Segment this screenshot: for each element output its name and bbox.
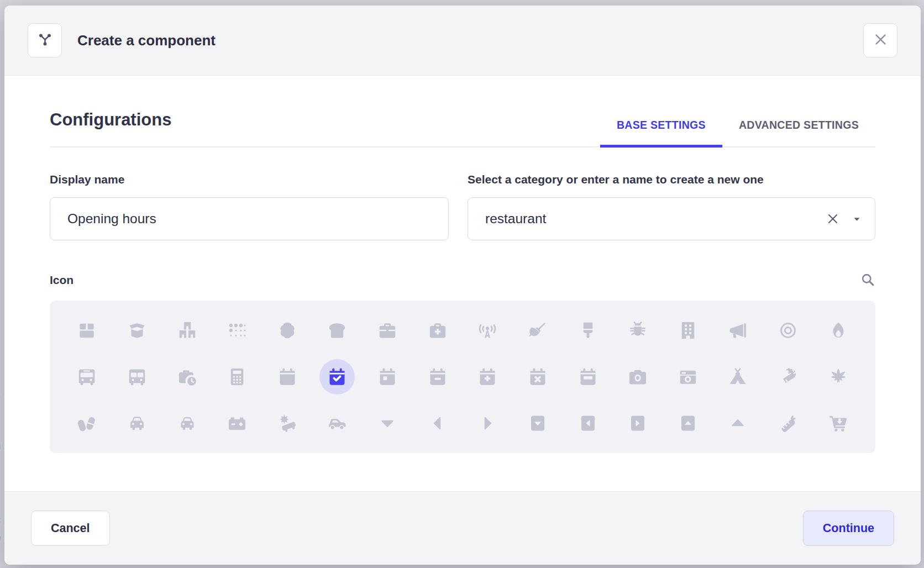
modal-footer: Cancel Continue	[4, 491, 921, 565]
search-icon[interactable]	[860, 272, 875, 287]
display-name-input[interactable]	[50, 197, 449, 240]
icon-option-caret-square-right[interactable]	[613, 400, 663, 446]
icon-option-business-time[interactable]	[162, 354, 212, 400]
icon-option-calendar-week[interactable]	[563, 354, 613, 400]
settings-tabs: BASE SETTINGS ADVANCED SETTINGS	[600, 119, 875, 146]
icon-option-car-side[interactable]	[312, 400, 363, 446]
icon-option-carrot[interactable]	[763, 400, 813, 446]
icon-option-calculator[interactable]	[212, 354, 262, 400]
category-combo-icons	[826, 197, 861, 240]
icon-option-campground[interactable]	[713, 354, 763, 400]
icon-option-calendar[interactable]	[262, 354, 313, 400]
icon-option-briefcase[interactable]	[363, 307, 413, 354]
chevron-down-icon[interactable]	[853, 215, 861, 223]
display-name-field: Display name	[50, 173, 449, 240]
icon-option-box[interactable]	[62, 307, 112, 354]
selected-icon-highlight	[319, 359, 355, 395]
icon-option-building[interactable]	[663, 307, 713, 354]
component-node-icon	[38, 32, 53, 49]
category-combobox	[468, 197, 875, 240]
display-name-label: Display name	[50, 173, 449, 186]
category-label: Select a category or enter a name to cre…	[468, 173, 875, 186]
icon-option-bus-alt[interactable]	[112, 354, 162, 400]
icon-option-cannabis[interactable]	[813, 354, 863, 400]
category-field: Select a category or enter a name to cre…	[468, 173, 875, 240]
icon-option-broadcast-tower[interactable]	[463, 307, 513, 354]
background-page-fragments: ertiertvnt=bt	[0, 0, 4, 568]
icon-option-boxes[interactable]	[162, 307, 212, 354]
background-text-fragment: n	[0, 438, 1, 453]
icon-option-camera-retro[interactable]	[663, 354, 713, 400]
icon-option-briefcase-medical[interactable]	[412, 307, 463, 354]
modal-body: Configurations BASE SETTINGS ADVANCED SE…	[4, 76, 921, 491]
icon-option-brain[interactable]	[262, 307, 313, 354]
icon-option-calendar-day[interactable]	[363, 354, 413, 400]
icon-option-capsules[interactable]	[62, 400, 112, 446]
form-fields-row: Display name Select a category or enter …	[50, 173, 875, 240]
icon-option-calendar-plus[interactable]	[463, 354, 513, 400]
icon-option-bullseye[interactable]	[763, 307, 813, 354]
icon-option-bug[interactable]	[613, 307, 663, 354]
icon-option-calendar-minus[interactable]	[412, 354, 463, 400]
icon-option-camera[interactable]	[613, 354, 663, 400]
category-input[interactable]	[468, 197, 875, 240]
component-icon-button[interactable]	[28, 23, 62, 57]
tab-advanced-settings[interactable]: ADVANCED SETTINGS	[722, 119, 875, 148]
icon-option-bullhorn[interactable]	[713, 307, 763, 354]
modal-header: Create a component	[4, 6, 921, 76]
icon-option-box-open[interactable]	[112, 307, 162, 354]
continue-button[interactable]: Continue	[803, 511, 894, 546]
icon-option-car-alt[interactable]	[162, 400, 212, 446]
icon-option-broom[interactable]	[513, 307, 563, 354]
create-component-modal: Create a component Configurations BASE S…	[4, 6, 921, 565]
icon-option-brush[interactable]	[563, 307, 613, 354]
close-button[interactable]	[863, 23, 897, 57]
icon-option-candy-cane[interactable]	[763, 354, 813, 400]
icon-label: Icon	[50, 274, 74, 287]
icon-option-caret-left[interactable]	[412, 400, 463, 446]
icon-option-bread-slice[interactable]	[312, 307, 363, 354]
background-text-fragment: b	[0, 529, 1, 545]
icon-option-caret-right[interactable]	[463, 400, 513, 446]
icon-option-caret-square-up[interactable]	[663, 400, 713, 446]
cancel-button[interactable]: Cancel	[31, 511, 110, 546]
icon-picker-grid	[50, 301, 875, 453]
icon-option-caret-down[interactable]	[363, 400, 413, 446]
icon-option-car-crash[interactable]	[262, 400, 313, 446]
icon-option-burn[interactable]	[813, 307, 863, 354]
page-title: Configurations	[50, 110, 171, 146]
icon-option-calendar-check[interactable]	[312, 354, 363, 400]
icon-option-calendar-times[interactable]	[513, 354, 563, 400]
icon-option-caret-up[interactable]	[713, 400, 763, 446]
modal-title: Create a component	[77, 32, 216, 49]
tab-base-settings[interactable]: BASE SETTINGS	[600, 119, 722, 148]
icon-option-car-battery[interactable]	[212, 400, 262, 446]
configurations-header-row: Configurations BASE SETTINGS ADVANCED SE…	[50, 110, 875, 148]
background-text-fragment: =	[0, 513, 1, 528]
icon-option-braille[interactable]	[212, 307, 262, 354]
icon-option-car[interactable]	[112, 400, 162, 446]
icon-option-cart-arrow-down[interactable]	[813, 400, 863, 446]
close-icon	[873, 32, 888, 49]
icon-option-caret-square-down[interactable]	[513, 400, 563, 446]
clear-icon[interactable]	[826, 212, 839, 225]
icon-option-caret-square-left[interactable]	[563, 400, 613, 446]
icon-option-bus[interactable]	[62, 354, 112, 400]
icon-section-header: Icon	[50, 272, 875, 287]
